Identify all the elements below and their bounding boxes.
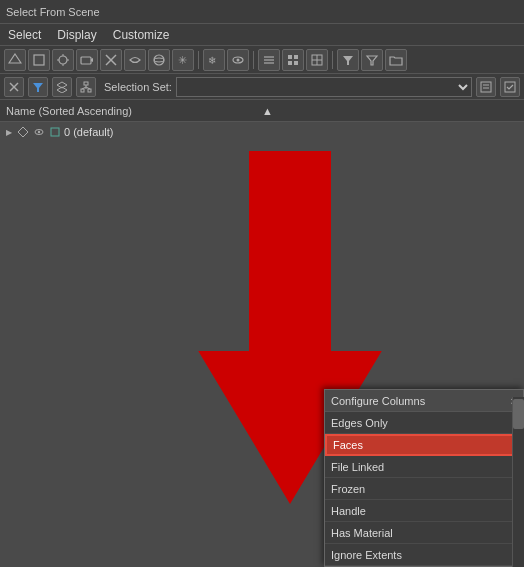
col-item-has-material[interactable]: Has Material [325, 522, 523, 544]
block-view-btn[interactable] [282, 49, 304, 71]
tree-icons [16, 125, 62, 139]
svg-rect-1 [34, 55, 44, 65]
svg-point-46 [38, 131, 40, 133]
panel-scrollbar-thumb[interactable] [513, 399, 524, 429]
selection-icon2[interactable] [500, 77, 520, 97]
toolbar1: ✳ ❄ [0, 46, 524, 74]
sep1 [198, 51, 199, 69]
svg-text:✳: ✳ [178, 54, 187, 66]
menu-customize[interactable]: Customize [109, 26, 174, 44]
svg-rect-34 [84, 82, 88, 85]
filter1-btn[interactable] [337, 49, 359, 71]
camera-btn[interactable] [76, 49, 98, 71]
col-item-file-linked[interactable]: File Linked [325, 456, 523, 478]
selection-set-label: Selection Set: [104, 81, 172, 93]
configure-columns-list: Edges Only Faces File Linked Frozen Hand… [325, 412, 523, 566]
eye-icon [32, 125, 46, 139]
svg-rect-35 [81, 89, 84, 92]
svg-rect-36 [88, 89, 91, 92]
svg-point-16 [237, 58, 240, 61]
title-bar: Select From Scene [0, 0, 524, 24]
svg-marker-28 [367, 56, 377, 65]
sep3 [332, 51, 333, 69]
close-btn[interactable] [4, 77, 24, 97]
display-btn[interactable] [227, 49, 249, 71]
layers-btn[interactable] [52, 77, 72, 97]
svg-rect-7 [81, 57, 91, 64]
tree-item-label: 0 (default) [64, 126, 114, 138]
svg-marker-44 [18, 127, 28, 137]
panel-scrollbar[interactable] [512, 397, 524, 567]
svg-point-2 [59, 56, 67, 64]
col-item-faces[interactable]: Faces [325, 434, 523, 456]
svg-rect-22 [288, 61, 292, 65]
svg-rect-21 [294, 55, 298, 59]
configure-columns-title: Configure Columns [331, 395, 425, 407]
lights-btn[interactable] [52, 49, 74, 71]
svg-rect-23 [294, 61, 298, 65]
column-header[interactable]: Name (Sorted Ascending) ▲ [0, 100, 524, 122]
svg-rect-40 [481, 82, 491, 92]
svg-rect-43 [505, 82, 515, 92]
toolbar2: Selection Set: [0, 74, 524, 100]
svg-point-12 [154, 58, 164, 62]
sort-arrow: ▲ [262, 105, 518, 117]
box-icon [48, 125, 62, 139]
folder-btn[interactable] [385, 49, 407, 71]
selection-set-dropdown[interactable] [176, 77, 472, 97]
diamond-icon [16, 125, 30, 139]
configure-columns-header: Configure Columns × [325, 390, 523, 412]
geometry-btn[interactable] [4, 49, 26, 71]
col-item-edges-only[interactable]: Edges Only [325, 412, 523, 434]
sep2 [253, 51, 254, 69]
filter2-btn[interactable] [361, 49, 383, 71]
hierarchy-btn[interactable] [76, 77, 96, 97]
svg-text:❄: ❄ [208, 55, 216, 66]
svg-point-11 [154, 55, 164, 65]
spacewarps-btn[interactable] [124, 49, 146, 71]
list-view-btn[interactable] [258, 49, 280, 71]
shapes-btn[interactable] [28, 49, 50, 71]
tree-row[interactable]: ▶ 0 (default) [0, 122, 524, 142]
col-item-ignore-extents[interactable]: Ignore Extents [325, 544, 523, 566]
column-header-label: Name (Sorted Ascending) [6, 105, 262, 117]
filter-btn[interactable] [28, 77, 48, 97]
svg-marker-0 [9, 54, 21, 63]
tree-expand[interactable]: ▶ [4, 127, 14, 137]
menu-select[interactable]: Select [4, 26, 45, 44]
svg-marker-31 [33, 83, 43, 92]
svg-marker-27 [343, 56, 353, 65]
helpers-btn[interactable] [100, 49, 122, 71]
configure-columns-panel: Configure Columns × Edges Only Faces Fil… [324, 389, 524, 567]
svg-rect-47 [51, 128, 59, 136]
objects-btn[interactable] [148, 49, 170, 71]
selection-icon1[interactable] [476, 77, 496, 97]
grid-view-btn[interactable] [306, 49, 328, 71]
bones-btn[interactable]: ❄ [203, 49, 225, 71]
svg-rect-20 [288, 55, 292, 59]
menu-bar: Select Display Customize [0, 24, 524, 46]
main-area: ▶ 0 (default) Configure Columns × [0, 122, 524, 567]
col-item-handle[interactable]: Handle [325, 500, 523, 522]
window-title: Select From Scene [6, 6, 100, 18]
menu-display[interactable]: Display [53, 26, 100, 44]
particles-btn[interactable]: ✳ [172, 49, 194, 71]
col-item-frozen[interactable]: Frozen [325, 478, 523, 500]
